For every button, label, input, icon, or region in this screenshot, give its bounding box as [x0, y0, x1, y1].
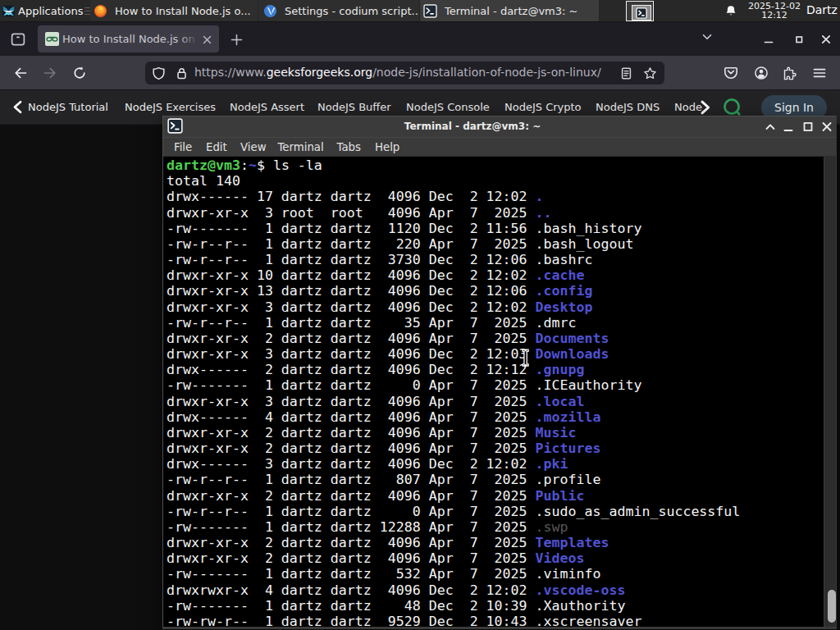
connection-lock-icon[interactable]: [175, 66, 189, 80]
terminal-line: total 140: [167, 173, 740, 189]
terminal-menu-edit[interactable]: Edit: [206, 138, 227, 157]
reload-button[interactable]: [66, 60, 93, 86]
terminal-scrollbar-thumb[interactable]: [828, 590, 836, 623]
terminal-line: -rw------- 1 dartz dartz 12288 Apr 7 202…: [167, 519, 740, 535]
close-icon: [819, 32, 833, 47]
terminal-menu-help[interactable]: Help: [375, 138, 399, 157]
terminal-menu-tabs[interactable]: Tabs: [337, 138, 361, 157]
bookmark-star-icon[interactable]: [643, 66, 657, 80]
ibeam-mouse-cursor: [522, 349, 531, 368]
terminal-line: -rw------- 1 dartz dartz 532 Apr 7 2025 …: [167, 566, 740, 582]
terminal-shade-button[interactable]: [765, 121, 776, 132]
terminal-screen[interactable]: dartz@vm3:~$ ls -latotal 140drwx------ 1…: [163, 157, 836, 627]
terminal-line: -rw------- 1 dartz dartz 0 Apr 7 2025 .I…: [167, 377, 740, 393]
user-menu[interactable]: Dartz: [806, 3, 838, 16]
terminal-line: drwxrwxr-x 4 dartz dartz 4096 Dec 2 12:0…: [167, 582, 740, 598]
terminal-line: -rw-rw-r-- 1 dartz dartz 9529 Dec 2 10:4…: [167, 614, 740, 627]
terminal-close-button[interactable]: [821, 121, 833, 132]
terminal-line: drwxr-xr-x 10 dartz dartz 4096 Dec 2 12:…: [167, 267, 740, 283]
hamburger-menu-icon[interactable]: [806, 60, 833, 86]
url-text: https://www.geeksforgeeks.org/node-js/in…: [194, 62, 601, 84]
terminal-line: drwx------ 4 dartz dartz 4096 Apr 7 2025…: [167, 409, 740, 425]
terminal-line: -rw-r--r-- 1 dartz dartz 0 Apr 7 2025 .s…: [167, 504, 740, 519]
forward-button[interactable]: [37, 60, 63, 86]
firefox-view-icon: [10, 31, 26, 48]
terminal-line: drwxr-xr-x 3 dartz dartz 4096 Dec 2 12:0…: [167, 346, 740, 362]
terminal-minimize-button[interactable]: [783, 121, 794, 132]
terminal-app-icon: [167, 118, 183, 134]
maximize-icon: [802, 121, 814, 132]
taskbar-button-vscodium[interactable]: Settings - codium script...: [258, 0, 420, 21]
terminal-icon: [423, 4, 437, 18]
terminal-window: Terminal - dartz@vm3: ~ FileEditViewTerm…: [162, 116, 837, 629]
geeksforgeeks-favicon: [45, 32, 59, 46]
url-scheme: https://www.: [194, 66, 267, 79]
terminal-menu-terminal[interactable]: Terminal: [278, 138, 324, 157]
terminal-line: drwxr-xr-x 2 dartz dartz 4096 Apr 7 2025…: [167, 550, 740, 566]
terminal-line: -rw-r--r-- 1 dartz dartz 220 Apr 7 2025 …: [167, 236, 740, 252]
vscodium-icon: [263, 4, 277, 18]
terminal-titlebar[interactable]: Terminal - dartz@vm3: ~: [163, 116, 836, 137]
reload-icon: [72, 66, 87, 80]
terminal-scrollbar[interactable]: [824, 157, 836, 627]
account-icon[interactable]: [748, 60, 774, 86]
panel-clock[interactable]: 2025-12-02 12:12: [743, 2, 806, 20]
shade-chevron-up-icon: [765, 121, 776, 132]
nav-scroll-left-icon[interactable]: [11, 100, 23, 114]
terminal-menubar: FileEditViewTerminalTabsHelp: [163, 137, 836, 157]
tab-close-icon[interactable]: [199, 32, 214, 47]
window-minimize-button[interactable]: [762, 32, 775, 47]
terminal-line: drwxr-xr-x 13 dartz dartz 4096 Dec 2 12:…: [167, 283, 740, 299]
minimize-icon: [762, 32, 775, 47]
terminal-line: drwxr-xr-x 2 dartz dartz 4096 Apr 7 2025…: [167, 441, 740, 456]
extensions-puzzle-icon[interactable]: [777, 60, 803, 86]
firefox-nav-toolbar: https://www.geeksforgeeks.org/node-js/in…: [0, 56, 840, 90]
terminal-maximize-button[interactable]: [802, 121, 814, 132]
plus-icon: [231, 34, 243, 46]
list-all-tabs-button[interactable]: [700, 30, 714, 44]
notification-bell-icon[interactable]: [725, 5, 737, 17]
minimize-icon: [783, 121, 794, 132]
reader-mode-icon[interactable]: [619, 66, 633, 80]
taskbar-grip: [84, 7, 90, 15]
window-maximize-button[interactable]: [792, 32, 806, 47]
terminal-menu-view[interactable]: View: [240, 138, 267, 157]
workspace-window-thumbnail: [632, 5, 651, 21]
maximize-icon: [792, 32, 806, 47]
terminal-line: -rw------- 1 dartz dartz 1120 Dec 2 11:5…: [167, 221, 740, 236]
chevron-down-icon: [700, 30, 714, 44]
workspace-switcher[interactable]: [626, 1, 654, 21]
terminal-line: -rw-r--r-- 1 dartz dartz 807 Apr 7 2025 …: [167, 472, 740, 487]
firefox-tab-bar: How to Install Node.js on: [0, 22, 840, 56]
browser-tab-active[interactable]: How to Install Node.js on: [38, 25, 219, 52]
url-path: /node-js/installation-of-node-js-on-linu…: [372, 66, 601, 79]
tracking-protection-shield-icon[interactable]: [152, 66, 166, 80]
new-tab-button[interactable]: [226, 30, 246, 49]
taskbar-button-terminal[interactable]: Terminal - dartz@vm3: ~: [420, 0, 600, 21]
url-bar[interactable]: https://www.geeksforgeeks.org/node-js/in…: [145, 62, 664, 84]
terminal-line: drwxr-xr-x 3 root root 4096 Apr 7 2025 .…: [167, 205, 740, 221]
terminal-line: drwx------ 17 dartz dartz 4096 Dec 2 12:…: [167, 189, 740, 204]
back-button[interactable]: [7, 60, 34, 86]
terminal-line: drwxr-xr-x 3 dartz dartz 4096 Dec 2 12:0…: [167, 299, 740, 315]
terminal-menu-file[interactable]: File: [174, 138, 192, 157]
window-close-button[interactable]: [819, 32, 833, 47]
terminal-line: drwxr-xr-x 2 dartz dartz 4096 Apr 7 2025…: [167, 535, 740, 550]
gfg-nav-item[interactable]: NodeJS Tutorial: [28, 90, 108, 124]
terminal-line: drwxr-xr-x 3 dartz dartz 4096 Apr 7 2025…: [167, 394, 740, 409]
terminal-line: drwx------ 2 dartz dartz 4096 Dec 2 12:1…: [167, 362, 740, 377]
clock-time: 12:12: [743, 11, 806, 21]
firefox-icon: [94, 4, 107, 18]
terminal-title: Terminal - dartz@vm3: ~: [404, 116, 541, 137]
close-icon: [821, 121, 833, 132]
pocket-icon[interactable]: [718, 60, 744, 86]
url-domain: geeksforgeeks.org: [267, 66, 372, 79]
applications-menu-button[interactable]: Applications: [0, 0, 89, 21]
taskbar-button-firefox[interactable]: How to Install Node.js o...: [90, 0, 258, 21]
terminal-output: dartz@vm3:~$ ls -latotal 140drwx------ 1…: [167, 158, 740, 627]
firefox-view-button[interactable]: [6, 30, 30, 49]
desktop-panel: Applications How to Install Node.js o...…: [0, 0, 840, 22]
terminal-line: dartz@vm3:~$ ls -la: [167, 158, 740, 173]
terminal-line: -rw------- 1 dartz dartz 48 Dec 2 10:39 …: [167, 598, 740, 614]
terminal-line: -rw-r--r-- 1 dartz dartz 3730 Dec 2 12:0…: [167, 252, 740, 267]
